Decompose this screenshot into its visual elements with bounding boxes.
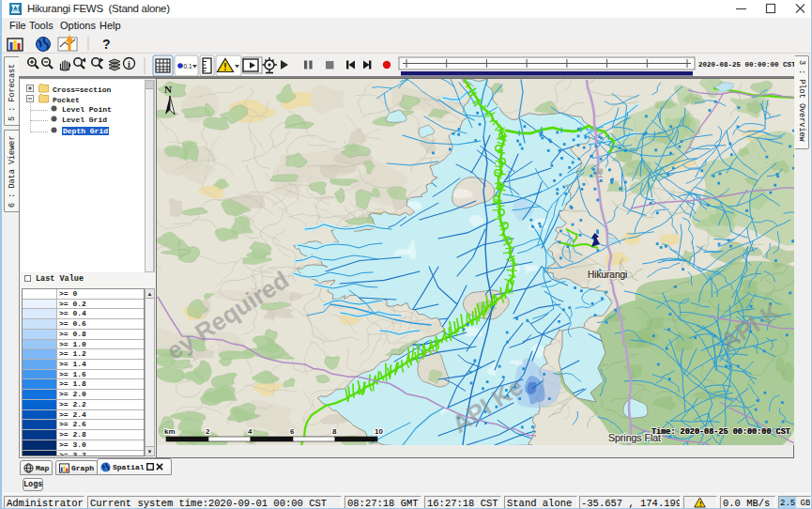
- svg-text:Hikurangi: Hikurangi: [588, 270, 627, 280]
- svg-text:6: 6: [290, 427, 295, 436]
- svg-text:2020-08-25 00:00:00 CST: 2020-08-25 00:00:00 CST: [698, 61, 794, 69]
- svg-text:N: N: [164, 84, 172, 95]
- svg-text:0.1: 0.1: [184, 63, 192, 69]
- svg-text:i: i: [128, 59, 130, 69]
- svg-text:8: 8: [332, 427, 337, 436]
- svg-text:2: 2: [206, 427, 210, 436]
- svg-text:SH 1: SH 1: [596, 168, 605, 184]
- svg-text:?: ?: [102, 37, 111, 52]
- svg-text:Time: 2020-08-25 00:00:00 CST: Time: 2020-08-25 00:00:00 CST: [651, 427, 790, 437]
- svg-text:!: !: [223, 62, 226, 72]
- svg-text:km: km: [164, 427, 176, 436]
- svg-text:10: 10: [375, 427, 383, 436]
- svg-text:4: 4: [248, 427, 253, 436]
- svg-text:!: !: [698, 500, 703, 508]
